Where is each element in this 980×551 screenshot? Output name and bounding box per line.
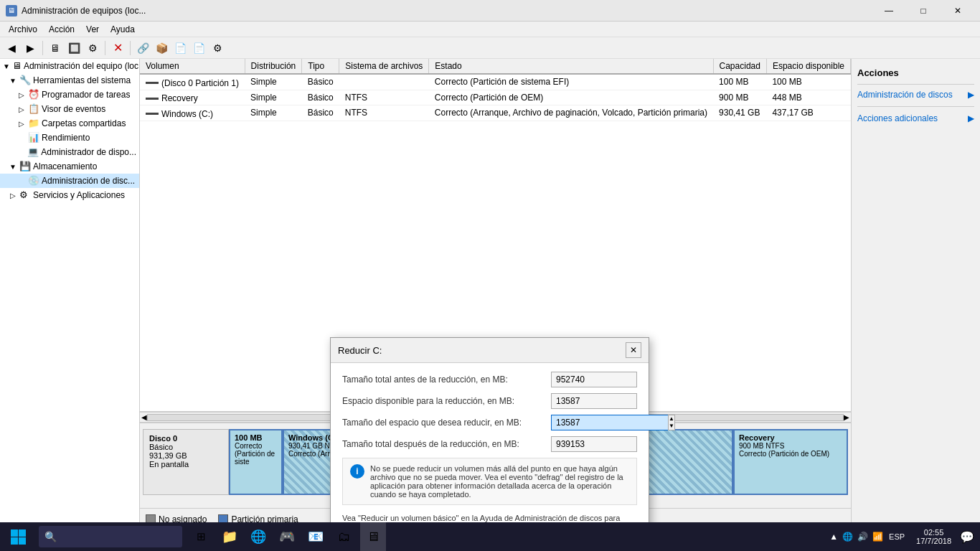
cell-fs [339, 74, 429, 90]
toolbar-separator-3 [130, 41, 131, 55]
stop-button[interactable]: ✕ [109, 39, 126, 57]
col-distribucion[interactable]: Distribución [245, 59, 302, 74]
start-button[interactable] [0, 522, 36, 551]
taskbar-search-box[interactable]: 🔍 [39, 526, 182, 547]
col-fs[interactable]: Sistema de archivos [339, 59, 429, 74]
table-row[interactable]: (Disco 0 Partición 1) Simple Básico Corr… [140, 74, 851, 90]
disk-name: Disco 0 [149, 434, 222, 443]
tree-admin-disco[interactable]: 💿 Administración de disc... [0, 174, 139, 188]
spin-up-button[interactable]: ▲ [669, 415, 674, 423]
search-icon: 🔍 [44, 531, 57, 542]
dialog-label-2: Espacio disponible para la reducción, en… [342, 396, 551, 406]
tree-programador[interactable]: ▷ ⏰ Programador de tareas [0, 88, 139, 102]
tree-almacenamiento[interactable]: ▼ 💾 Almacenamiento [0, 159, 139, 174]
back-button[interactable]: ◀ [3, 39, 20, 57]
dialog-shrink-input[interactable] [551, 415, 668, 430]
menu-bar: Archivo Acción Ver Ayuda [0, 22, 980, 37]
action-additional[interactable]: Acciones adicionales ▶ [857, 111, 974, 126]
scroll-left-btn[interactable]: ◀ [141, 413, 147, 421]
tray-volume-icon[interactable]: 🔊 [857, 532, 868, 542]
col-disponible[interactable]: Espacio disponible [766, 59, 850, 74]
expand-icon: ▷ [9, 192, 17, 199]
menu-accion[interactable]: Acción [43, 23, 80, 36]
dialog-reducir: Reducir C: ✕ Tamaño total antes de la re… [330, 337, 649, 551]
link-button[interactable]: 🔗 [134, 39, 151, 57]
taskbar-mail-icon[interactable]: 📧 [303, 522, 329, 551]
dialog-close-button[interactable]: ✕ [626, 342, 641, 358]
computer-button[interactable]: 🖥 [47, 39, 64, 57]
tree-programador-label: Programador de tareas [42, 90, 130, 100]
help-button[interactable]: ⚙ [84, 39, 101, 57]
menu-ayuda[interactable]: Ayuda [105, 23, 141, 36]
tree-visor[interactable]: ▷ 📋 Visor de eventos [0, 102, 139, 116]
tray-network-icon[interactable]: 🌐 [842, 532, 853, 542]
cell-distribution: Simple [245, 105, 302, 121]
table-row[interactable]: Recovery Simple Básico NTFS Correcto (Pa… [140, 90, 851, 105]
tree-servicios[interactable]: ▷ ⚙ Servicios y Aplicaciones [0, 188, 139, 202]
app-icon: 🖥 [6, 5, 17, 17]
close-button[interactable]: ✕ [941, 0, 974, 22]
services-icon: ⚙ [19, 189, 31, 201]
cell-capacity: 100 MB [713, 74, 766, 90]
taskbar-file-icon[interactable]: 📁 [217, 522, 242, 551]
taskbar-lang[interactable]: ESP [886, 532, 908, 541]
taskbar-browser-icon[interactable]: 🌐 [245, 522, 271, 551]
dialog-value-4: 939153 [551, 436, 637, 452]
actions-title: Acciones [857, 65, 974, 85]
taskbar-app2-icon[interactable]: 🖥 [360, 522, 386, 551]
tray-network2-icon[interactable]: 📶 [872, 532, 883, 542]
dialog-label-4: Tamaño total después de la reducción, en… [342, 439, 551, 449]
action-disk-management[interactable]: Administración de discos ▶ [857, 88, 974, 102]
spin-down-button[interactable]: ▼ [669, 423, 674, 430]
menu-ver[interactable]: Ver [80, 23, 105, 36]
cell-available: 100 MB [766, 74, 850, 90]
properties-button[interactable]: 🔲 [65, 39, 83, 57]
title-bar: 🖥 Administración de equipos (loc... — □ … [0, 0, 980, 22]
taskbar-right: ▲ 🌐 🔊 📶 ESP 02:55 17/7/2018 💬 [829, 528, 980, 545]
info-icon: i [350, 464, 364, 479]
col-volumen[interactable]: Volumen [140, 59, 245, 74]
tree-root[interactable]: ▼ 🖥 Administración del equipo (loc... [0, 59, 139, 73]
cell-status: Correcto (Partición de OEM) [429, 90, 713, 105]
action-additional-arrow-icon: ▶ [968, 113, 974, 123]
cell-volume: (Disco 0 Partición 1) [140, 74, 245, 90]
dialog-title: Reducir C: [338, 345, 382, 356]
col-tipo[interactable]: Tipo [302, 59, 339, 74]
tree-carpetas[interactable]: ▷ 📁 Carpetas compartidas [0, 116, 139, 131]
tree-rendimiento[interactable]: 📊 Rendimiento [0, 131, 139, 145]
notification-icon[interactable]: 💬 [960, 530, 974, 544]
taskbar-app1-icon[interactable]: 🗂 [331, 522, 357, 551]
tree-herramientas-label: Herramientas del sistema [33, 75, 131, 85]
table-row[interactable]: Windows (C:) Simple Básico NTFS Correcto… [140, 105, 851, 121]
cell-distribution: Simple [245, 74, 302, 90]
forward-button[interactable]: ▶ [22, 39, 39, 57]
partition-efi[interactable]: 100 MB Correcto (Partición de siste [229, 429, 283, 495]
tree-herramientas[interactable]: ▼ 🔧 Herramientas del sistema [0, 73, 139, 88]
doc1-button[interactable]: 📄 [171, 39, 189, 57]
cell-volume: Windows (C:) [140, 105, 245, 121]
gear-button[interactable]: ⚙ [209, 39, 226, 57]
minimize-button[interactable]: — [872, 0, 905, 22]
menu-archivo[interactable]: Archivo [3, 23, 43, 36]
performance-icon: 📊 [28, 132, 39, 143]
tray-arrow-icon[interactable]: ▲ [829, 532, 838, 542]
cell-fs: NTFS [339, 105, 429, 121]
maximize-button[interactable]: □ [907, 0, 940, 22]
taskbar-taskview-icon[interactable]: ⊞ [188, 522, 214, 551]
col-estado[interactable]: Estado [429, 59, 713, 74]
taskbar-clock[interactable]: 02:55 17/7/2018 [910, 528, 957, 545]
col-capacidad[interactable]: Capacidad [713, 59, 766, 74]
scroll-right-btn[interactable]: ▶ [844, 413, 849, 421]
doc2-button[interactable]: 📄 [190, 39, 207, 57]
action-additional-label: Acciones adicionales [857, 113, 938, 123]
clock-date: 17/7/2018 [916, 537, 951, 545]
package-button[interactable]: 📦 [153, 39, 170, 57]
toolbar: ◀ ▶ 🖥 🔲 ⚙ ✕ 🔗 📦 📄 📄 ⚙ [0, 37, 980, 59]
cell-capacity: 900 MB [713, 90, 766, 105]
tree-admin-disp[interactable]: 💻 Administrador de dispo... [0, 145, 139, 159]
cell-status: Correcto (Partición de sistema EFI) [429, 74, 713, 90]
col-percent[interactable]: % disp [850, 59, 851, 74]
tree-rendimiento-label: Rendimiento [42, 133, 90, 143]
taskbar-game-icon[interactable]: 🎮 [274, 522, 300, 551]
partition-recovery[interactable]: Recovery 900 MB NTFS Correcto (Partición… [733, 429, 848, 495]
